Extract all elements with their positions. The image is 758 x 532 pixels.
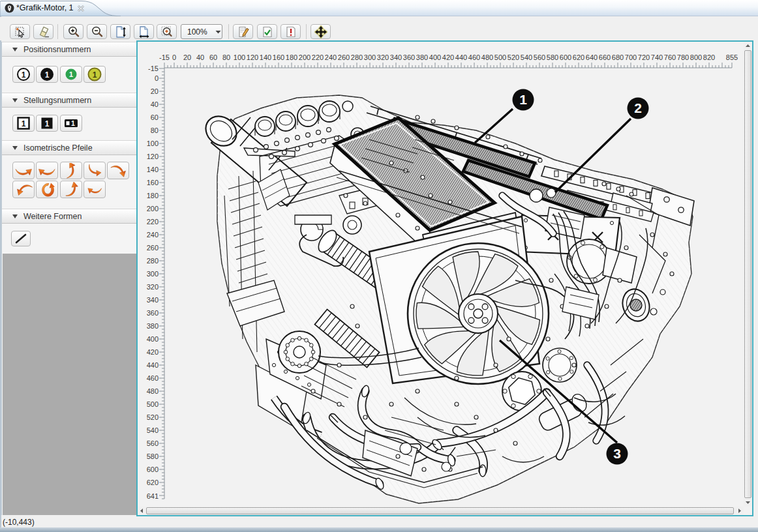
svg-text:800: 800 <box>690 53 702 61</box>
svg-text:120: 120 <box>247 53 258 61</box>
svg-text:0: 0 <box>155 74 159 82</box>
svg-text:1: 1 <box>45 119 50 128</box>
svg-text:420: 420 <box>147 348 159 356</box>
svg-text:700: 700 <box>625 53 637 61</box>
svg-text:100: 100 <box>234 53 245 61</box>
svg-text:560: 560 <box>147 439 159 447</box>
svg-text:720: 720 <box>638 53 650 61</box>
svg-text:260: 260 <box>147 244 159 252</box>
svg-text:60: 60 <box>209 53 217 61</box>
svg-text:1: 1 <box>69 70 74 78</box>
svg-text:1: 1 <box>71 119 75 127</box>
svg-text:460: 460 <box>468 53 480 61</box>
svg-text:420: 420 <box>442 53 454 61</box>
svg-text:240: 240 <box>325 53 337 61</box>
svg-text:280: 280 <box>351 53 363 61</box>
svg-text:641: 641 <box>147 492 159 500</box>
svg-text:855: 855 <box>726 53 738 61</box>
svg-text:520: 520 <box>508 53 519 61</box>
svg-text:1: 1 <box>22 70 26 80</box>
svg-text:280: 280 <box>147 257 159 265</box>
svg-text:60: 60 <box>151 113 159 121</box>
svg-text:640: 640 <box>586 53 598 61</box>
svg-text:740: 740 <box>651 53 663 61</box>
svg-text:380: 380 <box>147 322 159 330</box>
svg-text:140: 140 <box>147 166 159 173</box>
svg-text:760: 760 <box>664 53 676 61</box>
svg-text:100: 100 <box>147 140 159 147</box>
svg-text:600: 600 <box>560 53 571 61</box>
svg-text:240: 240 <box>147 231 159 239</box>
svg-text:780: 780 <box>677 53 689 61</box>
svg-text:820: 820 <box>703 53 715 61</box>
svg-text:320: 320 <box>147 283 159 291</box>
svg-text:540: 540 <box>147 426 159 434</box>
svg-text:300: 300 <box>364 53 376 61</box>
svg-text:440: 440 <box>455 53 467 61</box>
svg-text:340: 340 <box>390 53 402 61</box>
svg-text:80: 80 <box>151 126 159 134</box>
svg-text:320: 320 <box>377 53 389 61</box>
svg-text:460: 460 <box>147 374 159 382</box>
svg-text:620: 620 <box>147 479 159 486</box>
svg-text:120: 120 <box>147 153 159 160</box>
svg-text:360: 360 <box>403 53 415 61</box>
svg-text:40: 40 <box>151 100 159 108</box>
svg-text:1: 1 <box>22 119 26 128</box>
svg-text:1: 1 <box>93 70 97 80</box>
svg-text:180: 180 <box>147 192 159 200</box>
svg-text:500: 500 <box>494 53 506 61</box>
svg-text:480: 480 <box>147 387 159 395</box>
svg-text:40: 40 <box>196 53 204 61</box>
svg-text:580: 580 <box>547 53 558 61</box>
svg-text:2: 2 <box>634 100 642 115</box>
svg-text:520: 520 <box>147 413 159 421</box>
svg-text:580: 580 <box>147 452 159 460</box>
svg-text:500: 500 <box>147 400 159 408</box>
svg-text:200: 200 <box>147 205 159 213</box>
svg-text:-15: -15 <box>159 53 170 61</box>
svg-text:260: 260 <box>338 53 350 61</box>
svg-text:360: 360 <box>147 309 159 317</box>
svg-text:440: 440 <box>147 361 159 369</box>
svg-text:-15: -15 <box>148 65 159 72</box>
svg-text:300: 300 <box>147 270 159 278</box>
svg-text:80: 80 <box>222 53 230 61</box>
svg-text:20: 20 <box>151 87 159 95</box>
svg-text:540: 540 <box>521 53 532 61</box>
svg-text:20: 20 <box>183 53 191 61</box>
svg-text:160: 160 <box>147 179 159 186</box>
svg-text:480: 480 <box>481 53 493 61</box>
svg-text:400: 400 <box>429 53 441 61</box>
svg-text:600: 600 <box>147 466 159 473</box>
svg-text:3: 3 <box>613 446 621 461</box>
svg-text:560: 560 <box>534 53 545 61</box>
svg-text:380: 380 <box>416 53 428 61</box>
svg-text:220: 220 <box>147 218 159 226</box>
svg-text:220: 220 <box>312 53 324 61</box>
svg-text:160: 160 <box>273 53 284 61</box>
svg-text:660: 660 <box>599 53 611 61</box>
svg-text:140: 140 <box>260 53 271 61</box>
svg-text:200: 200 <box>299 53 311 61</box>
svg-text:0: 0 <box>172 53 176 61</box>
svg-text:180: 180 <box>286 53 297 61</box>
svg-text:400: 400 <box>147 335 159 343</box>
svg-text:1: 1 <box>519 92 527 107</box>
svg-text:1: 1 <box>45 70 50 80</box>
svg-text:620: 620 <box>573 53 584 61</box>
svg-text:680: 680 <box>612 53 624 61</box>
svg-text:340: 340 <box>147 296 159 304</box>
